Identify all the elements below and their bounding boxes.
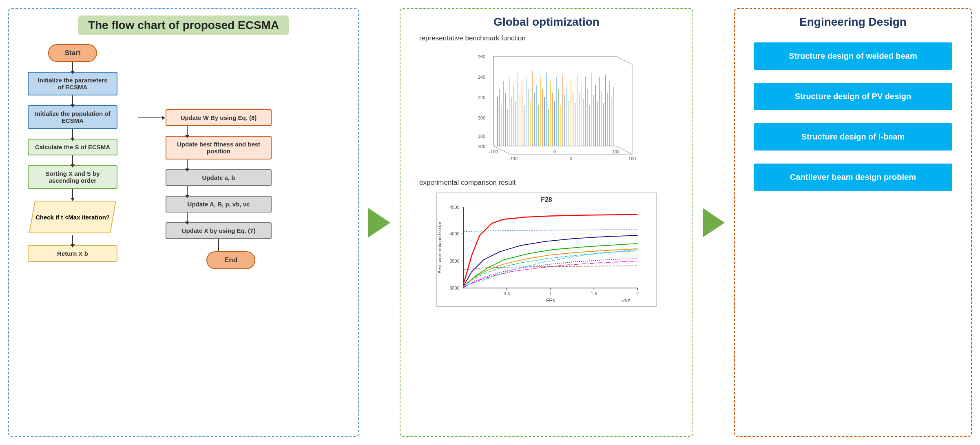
- fc-init-params: Initialize the parameters of ECSMA: [28, 72, 117, 95]
- fc-update-w: Update W By using Eq. (8): [166, 109, 272, 126]
- svg-text:3000: 3000: [449, 286, 459, 290]
- fc-arrow-1: [72, 62, 73, 72]
- flowchart-panel: The flow chart of proposed ECSMA Start I…: [8, 8, 359, 437]
- fc-sort-x: Sorting X and S by ascending order: [28, 165, 117, 189]
- chart-conv: F28 4500 4000 3500 3000: [436, 193, 657, 307]
- benchmark-subtitle: representative benchmark function: [419, 34, 526, 42]
- svg-text:×10⁵: ×10⁵: [622, 298, 631, 303]
- fc-end: End: [206, 251, 255, 269]
- big-arrow-1: [368, 208, 390, 237]
- svg-text:240: 240: [478, 75, 485, 80]
- svg-text:100: 100: [478, 144, 485, 149]
- svg-3d-chart: 260 240 220 200 180 100 -100 0 100 -100 …: [436, 48, 657, 175]
- fc-init-pop: Initialize the population of ECSMA: [28, 105, 117, 129]
- big-arrow-2: [703, 208, 725, 237]
- svg-text:0: 0: [553, 149, 556, 154]
- engineering-title: Engineering Design: [799, 15, 907, 29]
- global-opt-title: Global optimization: [493, 15, 600, 29]
- svg-line-4: [616, 56, 632, 64]
- svg-text:100: 100: [628, 156, 636, 161]
- fc-update-ab: Update a, b: [166, 169, 272, 186]
- svg-text:0.5: 0.5: [504, 291, 510, 296]
- svg-text:1.5: 1.5: [591, 291, 597, 296]
- eng-card-3: Cantilever beam design problem: [754, 164, 952, 191]
- fc-update-x: Update X by using Eq. (7): [166, 222, 272, 239]
- arrow-1: [367, 8, 392, 437]
- svg-text:-100: -100: [489, 149, 498, 154]
- h-connector-1: [138, 117, 162, 118]
- arrow-2: [701, 8, 726, 437]
- fc-arrow-2: [72, 95, 73, 105]
- svg-text:2: 2: [636, 291, 639, 296]
- fc-arrow-r3: [187, 186, 188, 196]
- svg-text:F28: F28: [541, 196, 552, 203]
- svg-text:4500: 4500: [449, 205, 459, 210]
- comparison-subtitle: experimental comparison result: [419, 179, 515, 187]
- svg-conv-chart: F28 4500 4000 3500 3000: [437, 193, 656, 306]
- flowchart-body: Start Initialize the parameters of ECSMA…: [15, 44, 352, 269]
- fc-connectors: Update W By using Eq. (8) Update best fi…: [138, 69, 272, 269]
- svg-text:0: 0: [570, 156, 572, 161]
- fc-update-AB: Update A, B, p, vb, vc: [166, 196, 272, 213]
- svg-text:FEs: FEs: [546, 298, 555, 303]
- svg-text:3500: 3500: [449, 259, 459, 263]
- fc-check-t-label: Check if t <Max iteration?: [35, 214, 110, 221]
- svg-text:260: 260: [478, 54, 485, 59]
- fc-arrow-3: [72, 129, 73, 139]
- engineering-panel: Engineering Design Structure design of w…: [734, 8, 972, 437]
- fc-right-column: Update W By using Eq. (8) Update best fi…: [138, 109, 272, 269]
- svg-text:200: 200: [478, 115, 485, 120]
- fc-check-t: Check if t <Max iteration?: [28, 199, 117, 235]
- fc-arrow-r4: [187, 213, 188, 222]
- fc-update-best: Update best fitness and best position: [166, 136, 272, 159]
- fc-left-column: Start Initialize the parameters of ECSMA…: [15, 44, 130, 262]
- fc-start: Start: [48, 44, 97, 62]
- fc-arrow-6: [72, 235, 73, 245]
- fc-arrow-r2: [187, 159, 188, 169]
- flowchart-title: The flow chart of proposed ECSMA: [78, 15, 289, 35]
- svg-text:220: 220: [478, 95, 485, 100]
- fc-calc-s: Calculate the S of ECSMA: [28, 139, 117, 155]
- fc-arrow-r1: [187, 126, 188, 136]
- svg-text:Best score obtained so far: Best score obtained so far: [437, 221, 442, 273]
- svg-text:180: 180: [478, 134, 485, 139]
- svg-text:-100: -100: [509, 156, 518, 161]
- global-body: representative benchmark function: [407, 34, 686, 307]
- chart-3d: 260 240 220 200 180 100 -100 0 100 -100 …: [436, 48, 657, 175]
- fc-arrow-4: [72, 155, 73, 165]
- fc-return-xb: Return X b: [28, 245, 117, 262]
- global-opt-panel: Global optimization representative bench…: [400, 8, 693, 437]
- engineering-cards: Structure design of welded beam Structur…: [741, 38, 965, 195]
- svg-text:4000: 4000: [449, 231, 459, 236]
- svg-text:100: 100: [612, 149, 619, 154]
- fc-arrow-5: [72, 189, 73, 199]
- eng-card-1: Structure design of PV design: [754, 83, 952, 110]
- svg-text:1: 1: [549, 291, 552, 296]
- eng-card-0: Structure design of welded beam: [754, 42, 952, 70]
- eng-card-2: Structure design of I-beam: [754, 123, 952, 151]
